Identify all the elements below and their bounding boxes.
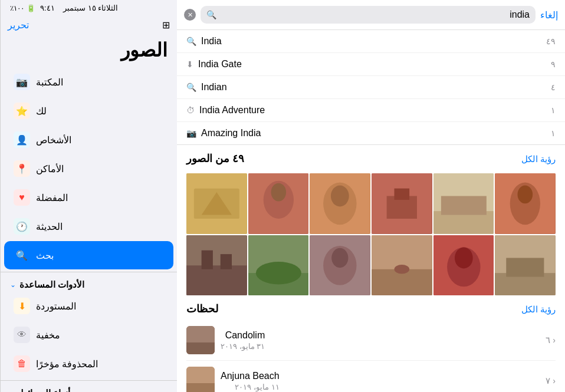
svg-rect-19 bbox=[186, 265, 247, 295]
sidebar-top-bar: ⊞ تحرير bbox=[1, 14, 177, 37]
photos-view-all[interactable]: رؤية الكل bbox=[521, 154, 556, 164]
hidden-icon: 👁 bbox=[14, 327, 30, 343]
moments-header: رؤية الكل لحظات bbox=[186, 302, 556, 315]
sidebar-item-foryou[interactable]: لك ⭐ bbox=[4, 97, 173, 125]
svg-rect-36 bbox=[507, 258, 544, 276]
sidebar-item-library[interactable]: المكتبة 📷 bbox=[4, 68, 173, 96]
cancel-button[interactable]: إلغاء bbox=[540, 9, 558, 21]
svg-point-30 bbox=[394, 265, 409, 274]
svg-rect-20 bbox=[202, 250, 213, 269]
search-bar-icon: 🔍 bbox=[206, 10, 216, 19]
sidebar-item-favorites[interactable]: المفضلة ♥ bbox=[4, 183, 173, 212]
status-icons: 🔋 ١٠٠٪ bbox=[10, 4, 35, 12]
battery-icon: 🔋 bbox=[27, 4, 35, 12]
sidebar: الثلاثاء ١٥ سبتمبر ٩:٤١ 🔋 ١٠٠٪ ⊞ تحرير ا… bbox=[0, 0, 177, 392]
library-icon: 📷 bbox=[14, 74, 30, 90]
foryou-icon: ⭐ bbox=[14, 103, 30, 119]
moment-thumb-1 bbox=[186, 326, 215, 354]
suggestion-amazing-india[interactable]: ١ Amazing India 📷 bbox=[177, 122, 565, 144]
photo-cell-9[interactable] bbox=[310, 235, 370, 296]
sidebar-layout-icon[interactable]: ⊞ bbox=[162, 19, 170, 31]
moments-view-all[interactable]: رؤية الكل bbox=[521, 304, 556, 315]
suggestion-indian[interactable]: ٤ Indian 🔍 bbox=[177, 76, 565, 99]
photos-header: رؤية الكل ٤٩ من الصور bbox=[186, 152, 556, 165]
divider-1 bbox=[1, 272, 177, 272]
photo-cell-5[interactable] bbox=[433, 173, 494, 234]
moments-section: رؤية الكل لحظات ‹ ٦ Candolim ٣١ مايو، ٢٠… bbox=[177, 295, 565, 392]
photos-section: رؤية الكل ٤٩ من الصور bbox=[177, 145, 565, 173]
photos-count: ٤٩ من الصور bbox=[186, 152, 244, 165]
moment-chevron-1: ‹ bbox=[553, 335, 556, 345]
suggestions-list: ٤٩ India 🔍 ٩ India Gate ⬇ ٤ Indian 🔍 ١ I… bbox=[177, 30, 565, 145]
svg-rect-11 bbox=[394, 189, 409, 200]
recents-icon: 🕐 bbox=[14, 218, 30, 235]
photo-cell-3[interactable] bbox=[310, 173, 370, 234]
divider-2 bbox=[1, 380, 177, 381]
photo-cell-6[interactable] bbox=[495, 173, 556, 234]
moment-item-candolim[interactable]: ‹ ٦ Candolim ٣١ مايو، ٢٠١٩ bbox=[186, 320, 556, 361]
places-icon: 📍 bbox=[14, 160, 30, 177]
search-nav-icon: 🔍 bbox=[14, 247, 30, 263]
photo-grid bbox=[186, 173, 556, 295]
suggestion-india-gate[interactable]: ٩ India Gate ⬇ bbox=[177, 53, 565, 76]
media-section-header: أنواع الوسائط ⌄ bbox=[1, 383, 177, 392]
photo-cell-11[interactable] bbox=[433, 235, 494, 296]
utility-chevron-icon[interactable]: ⌄ bbox=[10, 281, 16, 289]
sidebar-item-imported[interactable]: المستوردة ⬇ bbox=[4, 292, 173, 320]
svg-rect-38 bbox=[186, 342, 215, 354]
svg-point-5 bbox=[271, 183, 286, 202]
main-content: إلغاء 🔍 ✕ ٤٩ India 🔍 ٩ India Gate ⬇ ٤ In… bbox=[177, 0, 565, 392]
photo-cell-7[interactable] bbox=[186, 235, 247, 296]
photo-cell-2[interactable] bbox=[248, 173, 309, 234]
svg-point-8 bbox=[331, 186, 349, 207]
photo-cell-1[interactable] bbox=[186, 173, 247, 234]
photo-cell-12[interactable] bbox=[495, 235, 556, 296]
media-chevron-icon[interactable]: ⌄ bbox=[10, 389, 16, 392]
photo-cell-10[interactable] bbox=[372, 235, 432, 296]
photo-cell-4[interactable] bbox=[372, 173, 432, 234]
search-input[interactable] bbox=[220, 9, 530, 20]
photo-cell-8[interactable] bbox=[248, 235, 309, 296]
svg-rect-21 bbox=[221, 254, 232, 269]
suggestion-india[interactable]: ٤٩ India 🔍 bbox=[177, 30, 565, 53]
moment-item-anjuna[interactable]: ‹ ٧ Anjuna Beach ١١ مايو، ٢٠١٩ bbox=[186, 361, 556, 392]
svg-point-17 bbox=[518, 186, 533, 204]
sidebar-edit-button[interactable]: تحرير bbox=[8, 19, 29, 31]
search-input-container: 🔍 bbox=[201, 6, 536, 24]
status-time: الثلاثاء ١٥ سبتمبر ٩:٤١ bbox=[40, 4, 118, 12]
svg-rect-40 bbox=[186, 383, 215, 392]
search-bar: إلغاء 🔍 ✕ bbox=[177, 0, 565, 30]
utility-section-header: الأدوات المساعدة ⌄ bbox=[1, 275, 177, 291]
sidebar-title: الصور bbox=[1, 37, 177, 67]
svg-point-24 bbox=[255, 262, 301, 285]
people-icon: 👤 bbox=[14, 131, 30, 148]
sidebar-item-recents[interactable]: الحديثة 🕐 bbox=[4, 212, 173, 241]
svg-point-33 bbox=[455, 247, 473, 268]
suggestion-india-adventure[interactable]: ١ India Adventure ⏱ bbox=[177, 99, 565, 122]
moment-thumb-2 bbox=[186, 367, 215, 392]
deleted-icon: 🗑 bbox=[14, 355, 30, 372]
sidebar-nav: المكتبة 📷 لك ⭐ الأشخاص 👤 الأماكن 📍 المفض… bbox=[1, 68, 177, 269]
svg-rect-14 bbox=[441, 196, 486, 215]
clear-search-button[interactable]: ✕ bbox=[184, 9, 196, 21]
sidebar-item-hidden[interactable]: مخفية 👁 bbox=[4, 321, 173, 349]
sidebar-item-people[interactable]: الأشخاص 👤 bbox=[4, 126, 173, 154]
status-bar: الثلاثاء ١٥ سبتمبر ٩:٤١ 🔋 ١٠٠٪ bbox=[1, 0, 177, 14]
moment-chevron-2: ‹ bbox=[553, 376, 556, 386]
sidebar-item-deleted[interactable]: المحذوفة مؤخرًا 🗑 bbox=[4, 350, 173, 378]
imported-icon: ⬇ bbox=[14, 298, 30, 314]
sidebar-item-places[interactable]: الأماكن 📍 bbox=[4, 154, 173, 183]
moments-title: لحظات bbox=[186, 302, 218, 315]
sidebar-item-search[interactable]: بحث 🔍 bbox=[4, 241, 173, 269]
svg-point-27 bbox=[332, 248, 349, 267]
favorites-icon: ♥ bbox=[14, 189, 30, 206]
